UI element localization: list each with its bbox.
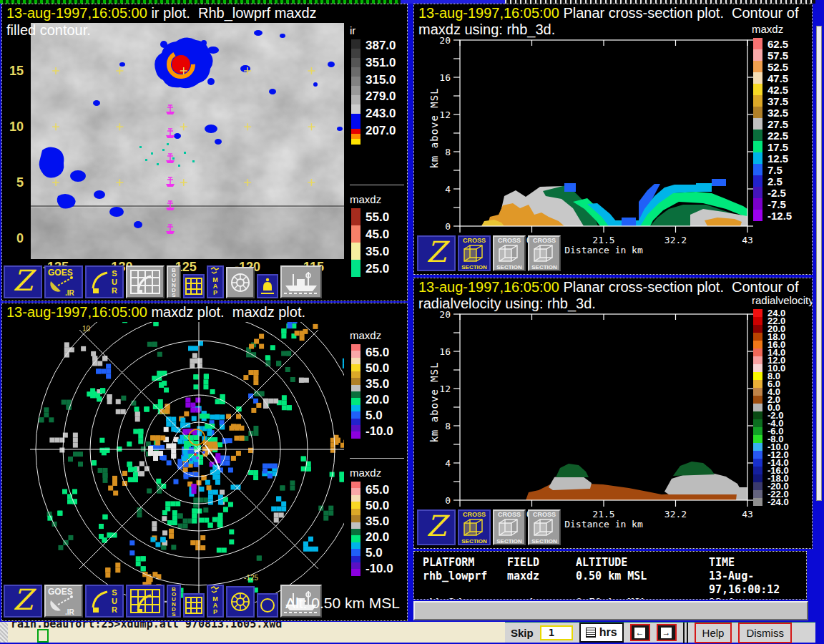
cross-button[interactable]: CROSSSECTION xyxy=(458,509,491,545)
step-forward-button[interactable]: → xyxy=(657,624,677,641)
sur-button[interactable]: SUR xyxy=(85,265,124,298)
scale-segment xyxy=(351,488,360,494)
skip-label: Skip xyxy=(511,627,534,639)
cross-button[interactable]: CROSSSECTION xyxy=(528,235,561,271)
scale-segment xyxy=(753,404,762,411)
scale-segment xyxy=(753,467,762,474)
terminal-scrollbar[interactable] xyxy=(0,622,8,643)
map-button[interactable]: MAP xyxy=(207,585,224,618)
scale-tick-label: 35.0 xyxy=(366,515,389,527)
bounds-icon: BOUNDS xyxy=(169,266,179,298)
cross-icon: CROSSSECTION xyxy=(459,510,489,545)
sur-button[interactable]: SUR xyxy=(85,585,124,618)
goes-button[interactable]: GOES.IR xyxy=(44,585,83,618)
svg-text:4: 4 xyxy=(445,184,451,195)
dismiss-button[interactable]: Dismiss xyxy=(738,623,792,643)
scale-segment xyxy=(351,358,360,364)
svg-text:R: R xyxy=(112,286,117,295)
step-back-button[interactable]: ← xyxy=(630,624,650,641)
xsec-radialvelocity-plot[interactable]: 2016128400.010.721.532.243Distance in km xyxy=(460,314,747,529)
status-header: ALTITUDE xyxy=(576,556,709,570)
scale-segment xyxy=(351,515,360,522)
z-button[interactable]: Z xyxy=(417,509,456,545)
background-window-edge[interactable] xyxy=(816,26,822,501)
scale-segment xyxy=(753,175,762,187)
scale-colorbar xyxy=(753,309,762,506)
gridradar-button[interactable] xyxy=(126,265,165,298)
scale-segment xyxy=(351,411,360,418)
cross-button[interactable]: CROSSSECTION xyxy=(493,509,526,545)
help-button[interactable]: Help xyxy=(695,623,732,643)
goes-button[interactable]: GOES.IR xyxy=(44,265,83,298)
scale-segment xyxy=(351,529,360,535)
scale-segment xyxy=(351,225,360,243)
radialvelocity-color-scale: radialvelocity24.022.020.018.016.014.012… xyxy=(752,294,812,306)
scale-segment xyxy=(753,325,762,333)
skip-value-input[interactable]: 1 xyxy=(540,625,573,640)
radar-ppi-display[interactable] xyxy=(4,322,344,602)
ship-button[interactable] xyxy=(280,265,322,298)
svg-text:32.2: 32.2 xyxy=(664,509,687,519)
scale-segment xyxy=(753,187,762,198)
ir-plot-window: 13-aug-1997,16:05:00 ir plot. Rhb_lowprf… xyxy=(1,4,408,301)
scale-tick-label: -7.5 xyxy=(767,199,786,210)
scale-tick-label: 57.5 xyxy=(767,50,788,61)
terminal-window[interactable]: rain.beaufort:25>xdump.all 970813.1605.x… xyxy=(0,622,505,643)
gear-icon xyxy=(228,590,252,614)
buoy-button[interactable] xyxy=(257,274,278,298)
scale-segment xyxy=(351,49,360,58)
sur-icon: SUR xyxy=(87,586,122,616)
status-cell: rhb_3d xyxy=(423,597,507,600)
scale-segment xyxy=(351,405,360,411)
sur-icon: SUR xyxy=(87,267,122,297)
scale-segment xyxy=(753,435,762,443)
scale-tick-label: 37.5 xyxy=(767,96,788,107)
xsec1-y-axis-label: km above MSL xyxy=(428,64,440,192)
z-button[interactable]: Z xyxy=(4,265,42,298)
xsec-maxdz-plot[interactable]: 2016128400.010.721.532.243Distance in km xyxy=(460,40,747,255)
gear-button[interactable] xyxy=(226,267,255,298)
scale-colorbar xyxy=(351,344,360,439)
scale-tick-label: 5.0 xyxy=(366,409,383,421)
scale-tick-label: 65.0 xyxy=(366,484,389,496)
svg-text:Distance in km: Distance in km xyxy=(564,245,643,255)
scale-tick-label: -24.0 xyxy=(767,497,789,507)
cross-icon: CROSSSECTION xyxy=(494,236,524,270)
svg-text:.IR: .IR xyxy=(65,289,75,297)
svg-text:SECTION: SECTION xyxy=(461,538,487,545)
svg-text:0: 0 xyxy=(445,221,451,232)
scale-segment xyxy=(753,309,762,317)
scale-title: maxdz xyxy=(350,329,407,341)
gridsmall-button[interactable] xyxy=(183,593,205,618)
svg-text:SECTION: SECTION xyxy=(531,538,557,545)
altitude-label: Alt: 0.50 km MSL xyxy=(285,595,400,612)
hours-unit-button[interactable]: hrs xyxy=(579,623,624,643)
scale-tick-label: 52.5 xyxy=(767,62,788,72)
time-skip-control-bar: Skip 1 hrs ← → Help Dismiss xyxy=(505,622,815,643)
map-button[interactable]: MAP xyxy=(207,265,224,298)
bounds-button[interactable]: BOUNDS xyxy=(167,265,181,298)
scale-segment xyxy=(753,451,762,459)
scale-tick-label: 65.0 xyxy=(366,346,389,358)
scale-segment xyxy=(753,490,762,498)
z-button[interactable]: Z xyxy=(417,235,456,271)
z-button[interactable]: Z xyxy=(4,585,42,618)
cross-button[interactable]: CROSSSECTION xyxy=(493,235,526,271)
ir-window-title: 13-aug-1997,16:05:00 ir plot. Rhb_lowprf… xyxy=(6,5,317,21)
scale-tick-label: 62.5 xyxy=(767,39,788,49)
scale-segment xyxy=(753,210,762,221)
scale-tick-label: 50.0 xyxy=(366,499,389,512)
bounds-button[interactable]: BOUNDS xyxy=(167,585,181,618)
circle-button[interactable] xyxy=(257,593,278,618)
gridsmall-button[interactable] xyxy=(183,274,205,298)
cross-button[interactable]: CROSSSECTION xyxy=(458,235,491,271)
z-icon: Z xyxy=(7,268,39,296)
scale-segment xyxy=(753,107,762,118)
satellite-ir-display[interactable] xyxy=(31,23,344,259)
scale-segment xyxy=(351,549,360,555)
cross-button[interactable]: CROSSSECTION xyxy=(528,509,561,545)
gridradar-button[interactable] xyxy=(126,585,165,618)
gear-button[interactable] xyxy=(226,586,255,618)
scale-segment xyxy=(351,378,360,384)
scale-segment xyxy=(753,141,762,152)
